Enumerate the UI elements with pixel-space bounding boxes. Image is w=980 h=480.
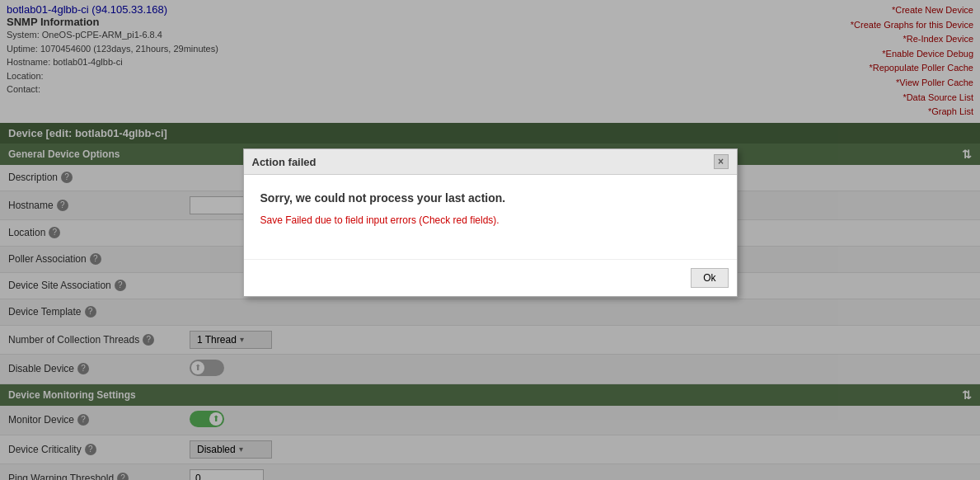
modal-error-text: Save Failed due to field input errors (C… [260, 214, 720, 226]
action-failed-modal: Action failed × Sorry, we could not proc… [243, 148, 738, 297]
modal-overlay: Action failed × Sorry, we could not proc… [0, 0, 980, 480]
close-icon: × [718, 156, 724, 167]
modal-ok-button[interactable]: Ok [691, 268, 728, 288]
modal-close-button[interactable]: × [714, 154, 729, 169]
modal-main-text: Sorry, we could not process your last ac… [260, 191, 720, 205]
modal-header: Action failed × [244, 149, 737, 175]
modal-footer: Ok [244, 259, 737, 296]
modal-title: Action failed [252, 156, 317, 168]
modal-body: Sorry, we could not process your last ac… [244, 175, 737, 259]
